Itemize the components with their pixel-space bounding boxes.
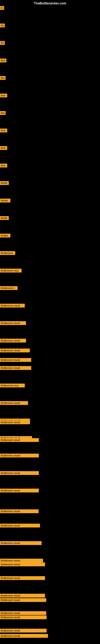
bottleneck-label: Bo — [0, 41, 5, 45]
bottleneck-label: Bottleneck result — [0, 509, 39, 513]
bottleneck-label: Bottleneck result — [0, 629, 47, 632]
bottleneck-label: Bottle — [0, 181, 9, 185]
bottleneck-label: Bottle — [0, 216, 9, 220]
bottleneck-label: Bottleneck result — [0, 401, 28, 405]
bottleneck-label: Bot — [0, 111, 6, 115]
bottleneck-label: Bo — [0, 24, 5, 27]
bottleneck-label: Bottleneck result — [0, 471, 39, 475]
bottleneck-label: Bottleneck result — [0, 598, 46, 602]
bottleneck-label: Bottleneck result — [0, 559, 43, 562]
bottleneck-label: Bottleneck result — [0, 576, 45, 580]
bottleneck-label: Bot — [0, 76, 6, 80]
bottleneck-label: B — [0, 6, 4, 10]
bottleneck-label: Bottleneck result — [0, 339, 26, 342]
bottleneck-label: Bottleneck result — [0, 524, 40, 528]
bottleneck-label: Bottleneck resu — [0, 384, 25, 388]
bottleneck-label: Bottleneck resu — [0, 269, 22, 272]
bottleneck-label: Bottleneck r — [0, 286, 18, 290]
bottleneck-label: Bottleneck result — [0, 420, 30, 424]
bottleneck-label: Bottleneck result — [0, 366, 31, 370]
bottleneck-label: Bott — [0, 146, 7, 150]
bottleneck-label: Bottleneck result — [0, 634, 48, 638]
bottleneck-label: Bottleneck result — [0, 616, 47, 619]
bottleneck-label: Bottleneck result — [0, 321, 26, 325]
bottleneck-label: Bottler — [0, 234, 10, 238]
bottleneck-label: Bottleneck result — [0, 358, 31, 362]
bottleneck-label: Bottler — [0, 199, 10, 202]
bottleneck-label: Bottleneck result — [0, 304, 25, 308]
bottleneck-label: Bottleneck result — [0, 541, 42, 545]
bottleneck-label: Bott — [0, 58, 6, 62]
bottleneck-label: Bottleneck result — [0, 454, 39, 458]
bottleneck-label: Bottleneck result — [0, 562, 45, 566]
bottleneck-label: Bott — [0, 164, 7, 168]
bottleneck-label: Bottleneck result — [0, 348, 30, 352]
bottleneck-label: Bottleneck — [0, 251, 15, 255]
bottleneck-label: Bott — [0, 128, 7, 132]
bottleneck-label: Bottleneck result — [0, 594, 45, 598]
bottleneck-label: Bottleneck result — [0, 438, 39, 442]
bottleneck-label: Bott — [0, 94, 7, 98]
site-title: TheBottlenecker.com — [34, 2, 66, 5]
bottleneck-label: Bottleneck result — [0, 489, 39, 492]
bottleneck-label: Bottleneck result — [0, 611, 46, 615]
